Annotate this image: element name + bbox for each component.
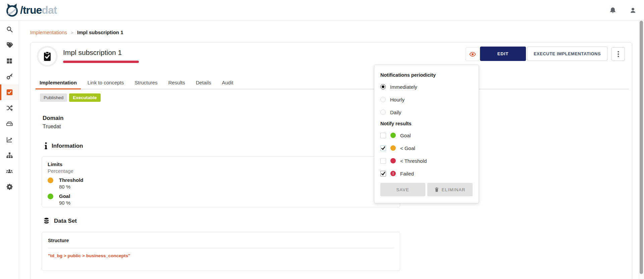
logo-text: /truedat — [20, 3, 57, 17]
sitemap-icon — [6, 152, 13, 159]
error-icon: ! — [390, 171, 396, 176]
status-badge-published: Published — [40, 93, 67, 102]
periodicity-title: Notifications periodicity — [380, 72, 473, 78]
sidebar-item-domains[interactable] — [0, 147, 19, 163]
edit-button[interactable]: EDIT — [480, 47, 526, 61]
information-heading: Information — [45, 142, 83, 149]
limit-row-goal: Goal 90 % — [48, 193, 394, 206]
popup-actions: SAVE ELIMINAR — [380, 183, 473, 196]
preview-eye-button[interactable] — [466, 47, 479, 61]
sidebar-item-settings[interactable] — [0, 179, 19, 195]
goal-dot — [48, 194, 53, 199]
more-options-button[interactable] — [611, 47, 625, 61]
scrollbar-track[interactable] — [639, 21, 644, 279]
tab-structures[interactable]: Structures — [130, 77, 161, 89]
structure-box: Structure "td_bg > public > business_con… — [42, 232, 400, 271]
notifications-popup: Notifications periodicity Immediately Ho… — [374, 65, 479, 203]
grid-icon — [6, 58, 13, 64]
checkbox-unchecked[interactable] — [380, 133, 386, 138]
tab-details[interactable]: Details — [192, 77, 215, 89]
sidebar-item-users[interactable] — [0, 163, 19, 179]
tab-link-to-concepts[interactable]: Link to concepts — [84, 77, 128, 89]
domain-label: Domain — [43, 115, 63, 122]
search-icon — [6, 26, 13, 33]
gear-icon — [6, 183, 13, 190]
radio-hourly[interactable]: Hourly — [380, 96, 473, 103]
breadcrumb-current: Impl subscription 1 — [77, 29, 123, 35]
sidebar-item-dashboard[interactable] — [0, 53, 19, 69]
database-icon — [43, 217, 50, 224]
checkbox-goal[interactable]: Goal — [380, 132, 473, 139]
delete-button[interactable]: ELIMINAR — [427, 183, 473, 196]
dataset-heading: Data Set — [43, 217, 77, 224]
owl-logo-icon — [5, 3, 19, 17]
chart-line-icon — [6, 136, 13, 143]
status-badges: Published Executable — [40, 93, 101, 102]
threshold-value: 80 % — [59, 184, 84, 190]
limit-row-threshold: Threshold 80 % — [48, 177, 394, 190]
clipboard-check-icon — [37, 46, 58, 67]
structure-header: Structure — [42, 232, 400, 243]
sidebar-item-permissions[interactable] — [0, 69, 19, 84]
sidebar-item-lineage[interactable] — [0, 100, 19, 116]
title-underline — [63, 61, 139, 63]
hdd-icon — [6, 120, 13, 127]
checkbox-checked[interactable] — [380, 171, 386, 177]
checkbox-checked[interactable] — [380, 145, 386, 151]
tab-implementation[interactable]: Implementation — [36, 77, 81, 89]
check-square-icon — [6, 89, 13, 96]
breadcrumb: Implementations > Impl subscription 1 — [30, 29, 123, 35]
tab-audit[interactable]: Audit — [218, 77, 237, 89]
execute-implementations-button[interactable]: EXECUTE IMPLEMENTATIONS — [527, 47, 607, 61]
save-button[interactable]: SAVE — [380, 183, 425, 196]
implementation-card: Impl subscription 1 EDIT EXECUTE IMPLEME… — [30, 42, 632, 279]
threshold-label: Threshold — [59, 177, 84, 183]
breadcrumb-separator: > — [71, 30, 73, 35]
sidebar-item-dashboards[interactable] — [0, 132, 19, 147]
structure-path-link[interactable]: "td_bg > public > business_concepts" — [42, 248, 400, 263]
sidebar-item-systems[interactable] — [0, 116, 19, 132]
checkbox-unchecked[interactable] — [380, 158, 386, 164]
limits-box: Limits Percentage Threshold 80 % Goal 90… — [42, 156, 400, 207]
radio-button-selected[interactable] — [380, 84, 386, 89]
domain-section: Domain Truedat — [43, 115, 63, 130]
user-icon[interactable] — [628, 5, 638, 15]
top-navbar: /truedat — [0, 0, 644, 21]
threshold-dot — [48, 178, 53, 183]
scrollbar-thumb[interactable] — [640, 21, 643, 274]
tab-bar: Implementation Link to concepts Structur… — [36, 77, 629, 89]
kebab-icon — [618, 51, 619, 57]
bell-icon[interactable] — [608, 5, 618, 15]
domain-value: Truedat — [43, 124, 63, 130]
limits-title: Limits — [48, 161, 394, 167]
goal-label: Goal — [59, 193, 70, 199]
info-icon — [45, 142, 47, 149]
tab-results[interactable]: Results — [164, 77, 189, 89]
below-goal-dot — [390, 145, 396, 151]
tags-icon — [6, 42, 13, 49]
radio-button[interactable] — [380, 110, 386, 115]
truedat-logo[interactable]: /truedat — [5, 3, 57, 17]
eye-icon — [469, 51, 476, 58]
sidebar-item-implementations[interactable] — [0, 84, 19, 100]
shuffle-icon — [6, 104, 13, 112]
breadcrumb-implementations-link[interactable]: Implementations — [30, 29, 67, 35]
below-threshold-dot — [390, 158, 396, 163]
key-icon — [6, 73, 13, 80]
radio-button[interactable] — [380, 97, 386, 102]
radio-immediately[interactable]: Immediately — [380, 83, 473, 90]
radio-daily[interactable]: Daily — [380, 109, 473, 116]
sidebar-item-search[interactable] — [0, 21, 19, 37]
page-title: Impl subscription 1 — [63, 49, 122, 57]
notify-results-title: Notify results — [380, 121, 473, 126]
users-icon — [6, 167, 13, 175]
left-sidebar — [0, 21, 19, 279]
status-badge-executable: Executable — [69, 93, 100, 102]
sidebar-item-tags[interactable] — [0, 37, 19, 53]
checkbox-failed[interactable]: ! Failed — [380, 170, 473, 177]
trash-icon — [434, 187, 439, 192]
limits-type: Percentage — [48, 168, 394, 174]
goal-dot — [390, 133, 396, 138]
checkbox-below-threshold[interactable]: < Threshold — [380, 157, 473, 164]
checkbox-below-goal[interactable]: < Goal — [380, 145, 473, 151]
